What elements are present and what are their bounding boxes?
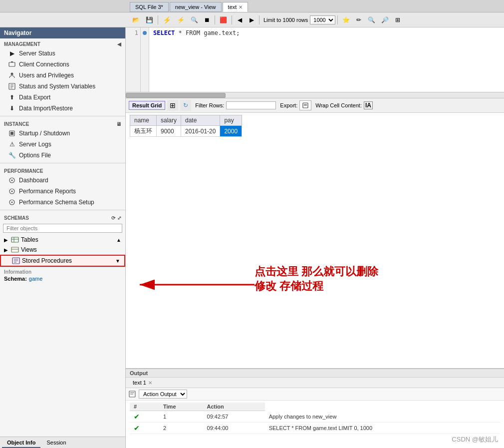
bookmark-button[interactable]: ⭐ (340, 14, 352, 25)
col-hash: # (130, 403, 159, 411)
grid-view-button[interactable]: ⊞ (167, 100, 178, 111)
fullscreen-button[interactable]: ⊞ (392, 14, 403, 25)
sidebar-scroll[interactable]: MANAGEMENT ◀ ▶ Server Status Client Conn… (0, 38, 125, 437)
sidebar-item-performance-reports[interactable]: Performance Reports (0, 186, 125, 197)
action-num-1: 1 (159, 411, 203, 423)
action-output-content: # Time Action ✔ 1 09:42:57 Apply changes… (126, 401, 504, 436)
sql-code-rest: * FROM game.text; (179, 29, 240, 36)
save-button[interactable]: 💾 (143, 14, 156, 25)
svg-rect-8 (10, 132, 13, 135)
inspect-button[interactable]: 🔎 (379, 14, 391, 25)
sidebar-item-server-logs[interactable]: ⚠ Server Logs (0, 139, 125, 150)
schema-value: game (29, 276, 43, 282)
tab-text[interactable]: text ✕ (223, 2, 249, 12)
svg-point-2 (11, 73, 13, 75)
section-divider1 (0, 116, 125, 116)
tab-new-view[interactable]: new_view - View (170, 2, 222, 12)
data-table-wrapper[interactable]: name salary date pay 杨玉环 9000 2016-01-20… (126, 113, 504, 139)
sidebar-item-users-privileges[interactable]: Users and Privileges (0, 70, 125, 81)
result-grid-button[interactable]: Result Grid (129, 101, 165, 110)
action-row-1: ✔ 1 09:42:57 Apply changes to new_view (130, 411, 500, 423)
result-toolbar: Result Grid ⊞ ↻ Filter Rows: Export: Wra… (126, 98, 504, 113)
toolbar-separator2 (215, 15, 215, 24)
export-label: Export: (280, 102, 297, 108)
tree-arrow-tables: ▶ (4, 237, 9, 243)
perf-reports-icon (8, 187, 16, 195)
status-ok-2: ✔ (134, 424, 140, 432)
refresh-button[interactable]: ↻ (180, 100, 191, 111)
limit-dropdown[interactable]: 1000 500 2000 (310, 15, 335, 24)
schemas-section: SCHEMAS ⟳ ⤢ (0, 212, 125, 222)
client-connections-icon (8, 60, 16, 68)
back-button[interactable]: ◀ (234, 14, 245, 25)
open-button[interactable]: 📂 (130, 14, 142, 25)
sidebar-item-perf-schema[interactable]: Performance Schema Setup (0, 197, 125, 208)
action-row-2: ✔ 2 09:44:00 SELECT * FROM game.text LIM… (130, 423, 500, 434)
output-tab-text1[interactable]: text 1 ✕ (128, 378, 157, 388)
cell-name: 杨玉环 (130, 126, 157, 137)
execute-selection-button[interactable]: ⚡ (175, 14, 187, 25)
output-section-label: Output (126, 369, 504, 378)
sql-editor: 1 SELECT * FROM game.text; (126, 27, 504, 92)
export-button[interactable] (299, 100, 311, 110)
filter-rows-input[interactable] (226, 101, 276, 109)
sidebar-item-dashboard[interactable]: Dashboard (0, 175, 125, 186)
sidebar-item-options-file[interactable]: 🔧 Options File (0, 150, 125, 161)
tree-item-views[interactable]: ▶ Views (0, 245, 125, 255)
sidebar: Navigator MANAGEMENT ◀ ▶ Server Status C… (0, 27, 126, 448)
filter-input[interactable] (3, 224, 122, 233)
output-type-select[interactable]: Action Output (139, 390, 187, 399)
sidebar-item-startup-shutdown[interactable]: Startup / Shutdown (0, 128, 125, 139)
sidebar-item-data-import[interactable]: ⬇ Data Import/Restore (0, 103, 125, 114)
forward-button[interactable]: ▶ (246, 14, 257, 25)
tree-item-tables[interactable]: ▶ Tables ▲ (0, 235, 125, 245)
sidebar-item-data-export[interactable]: ⬆ Data Export (0, 92, 125, 103)
stored-procedures-icon (12, 257, 20, 265)
navigator-header: Navigator (0, 27, 125, 38)
search-button[interactable]: 🔍 (365, 14, 378, 25)
table-row[interactable]: 杨玉环 9000 2016-01-20 2000 (130, 126, 242, 137)
output-tabs: text 1 ✕ (126, 378, 504, 388)
instance-section: INSTANCE 🖥 (0, 118, 125, 128)
tab-close-icon[interactable]: ✕ (239, 4, 243, 10)
action-table: # Time Action ✔ 1 09:42:57 Apply changes… (130, 403, 500, 434)
action-text-1: Apply changes to new_view (265, 411, 500, 423)
limit-select-container: Limit to 1000 rows 1000 500 2000 (263, 15, 335, 24)
col-pay: pay (220, 115, 242, 126)
svg-point-14 (11, 202, 13, 203)
output-tab-close[interactable]: ✕ (148, 380, 152, 386)
schema-label: Schema: (4, 276, 27, 282)
stop-button[interactable]: ⏹ (202, 14, 213, 25)
startup-icon (8, 129, 16, 137)
status-ok-1: ✔ (134, 413, 140, 421)
scroll-arrow-down[interactable]: ▼ (115, 258, 120, 264)
scrollbar-thumb[interactable] (126, 93, 226, 98)
line-indicator (143, 31, 147, 35)
line-number: 1 (128, 29, 138, 36)
h-scrollbar[interactable] (126, 92, 504, 98)
status-variables-icon (8, 82, 16, 90)
action-output-icon (129, 391, 136, 398)
cell-date: 2016-01-20 (181, 126, 220, 137)
cell-salary: 9000 (157, 126, 181, 137)
commit-button[interactable]: 🟥 (217, 14, 230, 25)
collapse-icon[interactable]: ◀ (117, 41, 121, 47)
sql-code-area[interactable]: SELECT * FROM game.text; (149, 27, 504, 92)
scroll-arrow-up[interactable]: ▲ (116, 237, 121, 243)
svg-point-12 (11, 191, 13, 192)
snippet-button[interactable]: ✏ (353, 14, 364, 25)
explain-button[interactable]: 🔍 (188, 14, 201, 25)
sidebar-item-status-variables[interactable]: Status and System Variables (0, 81, 125, 92)
sidebar-item-client-connections[interactable]: Client Connections (0, 59, 125, 70)
schema-filter (0, 222, 125, 235)
tables-icon (11, 236, 19, 244)
perf-schema-icon (8, 198, 16, 206)
execute-button[interactable]: ⚡ (160, 14, 174, 25)
tree-item-stored-procedures[interactable]: Stored Procedures ▼ (0, 255, 125, 267)
cell-pay[interactable]: 2000 (220, 126, 242, 137)
tab-session[interactable]: Session (41, 438, 71, 448)
tab-bar: SQL File 3* new_view - View text ✕ (0, 0, 504, 12)
tab-sql-file[interactable]: SQL File 3* (130, 2, 169, 12)
tab-object-info[interactable]: Object Info (2, 438, 40, 448)
sidebar-item-server-status[interactable]: ▶ Server Status (0, 48, 125, 59)
